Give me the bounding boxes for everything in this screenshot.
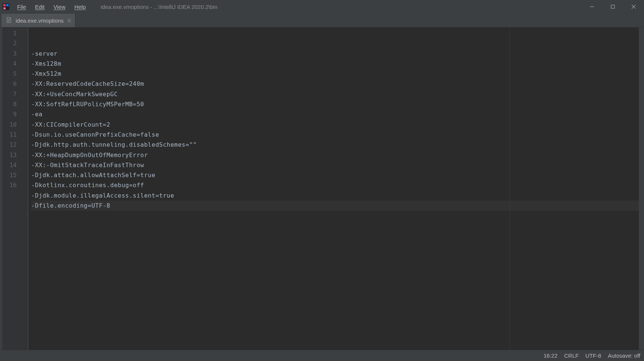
tab-label: idea.exe.vmoptions: [16, 17, 64, 24]
code-editor[interactable]: -server-Xms128m-Xmx512m-XX:ReservedCodeC…: [28, 27, 639, 350]
line-number: 13: [2, 150, 17, 160]
line-number: 4: [2, 59, 17, 69]
minimize-button[interactable]: [582, 0, 602, 13]
line-number: 16: [2, 180, 17, 190]
tab-close-icon[interactable]: [67, 17, 71, 24]
menu-view[interactable]: View: [50, 2, 69, 12]
code-line[interactable]: -Dkotlinx.coroutines.debug=off: [31, 180, 639, 190]
line-number: 3: [2, 49, 17, 59]
editor-tab[interactable]: idea.exe.vmoptions: [1, 13, 75, 27]
svg-rect-2: [6, 4, 9, 6]
minimize-icon: [590, 4, 594, 9]
code-line[interactable]: -ea: [31, 109, 639, 119]
tab-bar: idea.exe.vmoptions: [0, 13, 644, 27]
gutter-separator: [23, 27, 28, 350]
window-title: idea.exe.vmoptions - ...\IntelliJ IDEA 2…: [101, 4, 217, 10]
line-number: 7: [2, 89, 17, 99]
window-controls: [582, 0, 644, 13]
maximize-button[interactable]: [602, 0, 623, 13]
titlebar: File Edit View Help idea.exe.vmoptions -…: [0, 0, 644, 13]
menu-view-label: View: [53, 4, 65, 10]
line-number: 15: [2, 170, 17, 180]
menu-help[interactable]: Help: [71, 2, 90, 12]
right-margin-line: [510, 27, 510, 350]
code-line[interactable]: -Xms128m: [31, 59, 639, 69]
svg-rect-6: [611, 5, 615, 9]
status-bar: 16:22 CRLF UTF-8 Autosave: off: [0, 350, 644, 361]
code-line[interactable]: -server: [31, 49, 639, 59]
line-number: 5: [2, 69, 17, 79]
editor-area: 12345678910111213141516 -server-Xms128m-…: [0, 27, 644, 350]
scrollbar-track[interactable]: [639, 27, 644, 350]
menu-file[interactable]: File: [13, 2, 30, 12]
menu-edit-label: Edit: [35, 4, 45, 10]
menu-edit[interactable]: Edit: [31, 2, 48, 12]
code-line[interactable]: -Djdk.attach.allowAttachSelf=true: [31, 170, 639, 180]
code-line[interactable]: -Djdk.http.auth.tunneling.disabledScheme…: [31, 140, 639, 150]
code-line[interactable]: -XX:SoftRefLRUPolicyMSPerMB=50: [31, 99, 639, 109]
line-number: 14: [2, 160, 17, 170]
close-button[interactable]: [623, 0, 644, 13]
app-icon: [2, 3, 10, 10]
status-encoding[interactable]: UTF-8: [585, 352, 601, 359]
line-number: 6: [2, 79, 17, 89]
line-number: 9: [2, 109, 17, 119]
code-line[interactable]: -XX:CICompilerCount=2: [31, 120, 639, 130]
code-line[interactable]: -Xmx512m: [31, 69, 639, 79]
code-line[interactable]: -Dfile.encoding=UTF-8: [31, 201, 639, 211]
line-number: 11: [2, 130, 17, 140]
code-line[interactable]: -XX:+HeapDumpOnOutOfMemoryError: [31, 150, 639, 160]
svg-rect-1: [3, 4, 6, 6]
status-line-ending[interactable]: CRLF: [564, 352, 579, 359]
code-line[interactable]: -XX:ReservedCodeCacheSize=240m: [31, 79, 639, 89]
line-number: 2: [2, 38, 17, 48]
menu-bar: File Edit View Help: [13, 2, 90, 12]
svg-rect-4: [4, 9, 6, 9]
code-line[interactable]: -Djdk.module.illegalAccess.silent=true: [31, 191, 639, 201]
status-caret-position[interactable]: 16:22: [543, 352, 557, 359]
line-number: 12: [2, 140, 17, 150]
status-autosave[interactable]: Autosave: off: [608, 352, 640, 359]
line-number-gutter[interactable]: 12345678910111213141516: [2, 27, 23, 350]
line-number: 8: [2, 99, 17, 109]
file-icon: [6, 17, 12, 24]
line-number: 10: [2, 120, 17, 130]
close-icon: [631, 4, 636, 9]
line-number: 1: [2, 28, 17, 38]
maximize-icon: [611, 4, 615, 9]
code-line[interactable]: -Dsun.io.useCanonPrefixCache=false: [31, 130, 639, 140]
code-line[interactable]: -XX:+UseConcMarkSweepGC: [31, 89, 639, 99]
menu-file-label: File: [17, 4, 26, 10]
menu-help-label: Help: [74, 4, 86, 10]
code-line[interactable]: -XX:-OmitStackTraceInFastThrow: [31, 160, 639, 170]
